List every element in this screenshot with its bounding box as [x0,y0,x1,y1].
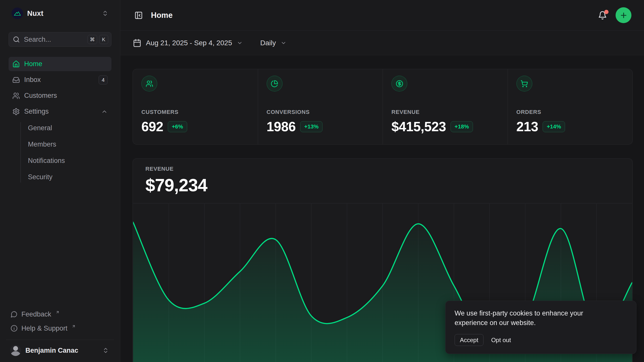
user-menu[interactable]: Benjamin Canac [9,343,111,359]
optout-cookies-button[interactable]: Opt out [491,337,511,344]
user-name: Benjamin Canac [25,347,78,354]
toolbar: Aug 21, 2025 - Sep 4, 2025 Daily [120,31,644,55]
chevrons-up-down-icon [102,10,108,17]
external-link-icon [72,324,76,328]
sidebar-item-help-support[interactable]: Help & Support [9,322,111,335]
calendar-icon [133,39,141,47]
cart-icon [516,76,532,92]
sidebar-item-label: Inbox [24,76,41,84]
sidebar: Nuxt Search... ⌘ K Home [0,0,120,362]
sidebar-item-home[interactable]: Home [9,57,111,71]
search-placeholder: Search... [24,36,51,43]
revenue-label: REVENUE [145,166,620,172]
cookie-banner: We use first-party cookies to enhance yo… [445,301,636,354]
chevron-up-icon [101,108,108,115]
stat-label: REVENUE [391,109,499,115]
gear-icon [12,108,20,115]
sidebar-nav: Home Inbox 4 Customers [9,57,111,185]
sidebar-item-settings[interactable]: Settings [9,104,111,119]
stat-label: ORDERS [516,109,624,115]
revenue-total: $79,234 [145,175,620,195]
sidebar-item-label: Feedback [21,310,51,318]
search-icon [13,36,20,43]
notification-dot [604,10,609,14]
sidebar-item-feedback[interactable]: Feedback [9,307,111,321]
date-range-picker[interactable]: Aug 21, 2025 - Sep 4, 2025 [133,39,243,47]
stat-delta-badge: +14% [543,121,565,132]
accept-cookies-button[interactable]: Accept [455,334,484,346]
users-icon [12,92,20,100]
create-button[interactable] [616,7,631,23]
sidebar-item-notifications[interactable]: Notifications [9,154,111,168]
stat-card-revenue: REVENUE $415,523 +18% [383,69,508,144]
stat-label: CUSTOMERS [141,109,249,115]
stat-value: 692 [141,119,163,134]
page-title: Home [151,11,173,20]
users-icon [141,76,157,92]
sidebar-item-label: Home [24,60,42,68]
stat-card-customers: CUSTOMERS 692 +6% [133,69,258,144]
sidebar-item-label: Help & Support [21,325,67,332]
cookie-message: We use first-party cookies to enhance yo… [455,308,600,328]
main-panel: Home Aug 21, 2025 - Sep 4, 2025 [120,0,644,362]
stat-delta-badge: +13% [300,121,323,132]
divider [6,340,114,340]
stat-value: 213 [516,119,538,134]
search-shortcut: ⌘ K [88,35,108,44]
interval-select[interactable]: Daily [260,39,287,47]
stat-delta-badge: +18% [451,121,473,132]
sidebar-footer: Feedback Help & Support Benjamin Canac [9,307,111,359]
stats-row: CUSTOMERS 692 +6% CONVERSIONS 1986 +13% [133,69,633,145]
sidebar-item-customers[interactable]: Customers [9,88,111,103]
brand-name: Nuxt [27,9,43,18]
external-link-icon [56,310,60,314]
inbox-icon [12,76,20,84]
pie-chart-icon [267,76,283,92]
interval-label: Daily [260,39,276,47]
stat-value: 1986 [267,119,296,134]
kbd-meta: ⌘ [88,35,97,44]
workspace-switcher[interactable]: Nuxt [9,5,111,22]
search-input[interactable]: Search... ⌘ K [9,32,111,47]
avatar [10,345,21,356]
message-circle-icon [11,311,18,318]
date-range-label: Aug 21, 2025 - Sep 4, 2025 [146,39,232,47]
inbox-count-badge: 4 [99,75,108,84]
sidebar-item-label: Customers [24,92,57,100]
sidebar-item-label: Settings [24,108,49,115]
settings-sub-list: General Members Notifications Security [9,120,111,185]
stat-delta-badge: +6% [168,121,187,132]
info-icon [11,325,18,332]
nuxt-logo [12,8,23,19]
sidebar-item-inbox[interactable]: Inbox 4 [9,73,111,87]
stat-value: $415,523 [391,119,446,134]
sidebar-item-members[interactable]: Members [9,138,111,151]
chevron-down-icon [237,40,243,46]
chevron-down-icon [280,40,287,46]
sub-list-guide-line [20,122,21,183]
stat-label: CONVERSIONS [267,109,374,115]
stat-card-conversions: CONVERSIONS 1986 +13% [258,69,383,144]
kbd-k: K [99,35,108,44]
stat-card-orders: ORDERS 213 +14% [508,69,633,144]
panel-left-close-icon [134,11,143,20]
house-icon [12,60,20,68]
sidebar-item-general[interactable]: General [9,121,111,135]
sidebar-item-security[interactable]: Security [9,170,111,184]
chevrons-up-down-icon [102,347,109,354]
circle-dollar-icon [391,76,407,92]
notifications-button[interactable] [596,9,609,21]
plus-icon [620,11,628,19]
topbar: Home [120,0,644,31]
collapse-sidebar-button[interactable] [133,10,144,21]
